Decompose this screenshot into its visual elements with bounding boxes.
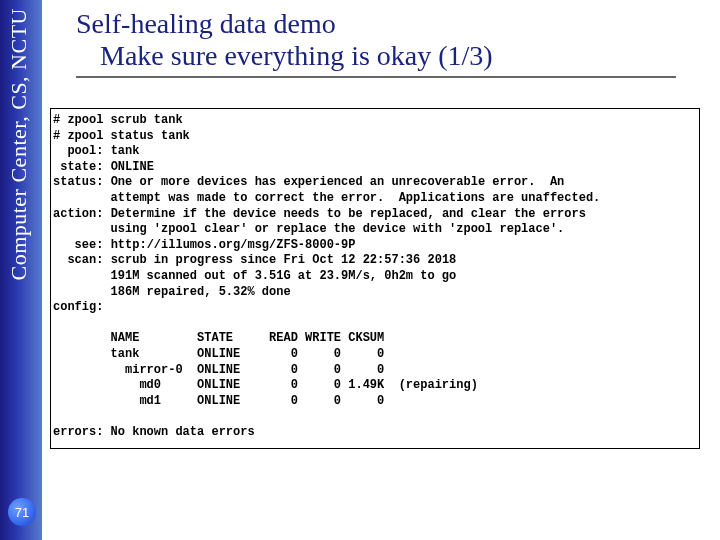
title-underline	[76, 76, 676, 78]
status-text: attempt was made to correct the error. A…	[53, 191, 600, 205]
action-text: using 'zpool clear' or replace the devic…	[53, 222, 564, 236]
field-label: action:	[53, 207, 103, 221]
field-label: pool:	[53, 144, 103, 158]
field-value: ONLINE	[111, 160, 154, 174]
table-row: tank ONLINE 0 0 0	[53, 347, 384, 361]
field-label: see:	[53, 238, 103, 252]
scan-text: 186M repaired, 5.32% done	[53, 285, 291, 299]
errors-line: errors: No known data errors	[53, 425, 255, 439]
title-block: Self-healing data demo Make sure everyth…	[76, 8, 700, 78]
table-row: md0 ONLINE 0 0 1.49K (repairing)	[53, 378, 478, 392]
scan-text: scrub in progress since Fri Oct 12 22:57…	[111, 253, 457, 267]
field-label: state:	[53, 160, 103, 174]
slide: Computer Center, CS, NCTU Self-healing d…	[0, 0, 720, 540]
scan-text: 191M scanned out of 3.51G at 23.9M/s, 0h…	[53, 269, 456, 283]
side-band: Computer Center, CS, NCTU	[0, 0, 42, 540]
table-row: mirror-0 ONLINE 0 0 0	[53, 363, 384, 377]
page-number-badge: 71	[8, 498, 36, 526]
field-label: config:	[53, 300, 103, 314]
cmd-line: # zpool status tank	[53, 129, 190, 143]
terminal-output: # zpool scrub tank # zpool status tank p…	[50, 108, 700, 449]
title-line-1: Self-healing data demo	[76, 8, 700, 40]
field-label: scan:	[53, 253, 103, 267]
field-label: status:	[53, 175, 103, 189]
action-text: Determine if the device needs to be repl…	[111, 207, 586, 221]
field-value: tank	[111, 144, 140, 158]
table-row: md1 ONLINE 0 0 0	[53, 394, 384, 408]
status-text: One or more devices has experienced an u…	[111, 175, 565, 189]
cmd-line: # zpool scrub tank	[53, 113, 183, 127]
table-header: NAME STATE READ WRITE CKSUM	[53, 331, 384, 345]
see-link: http://illumos.org/msg/ZFS-8000-9P	[111, 238, 356, 252]
title-line-2: Make sure everything is okay (1/3)	[76, 40, 700, 72]
side-band-label: Computer Center, CS, NCTU	[6, 8, 32, 281]
